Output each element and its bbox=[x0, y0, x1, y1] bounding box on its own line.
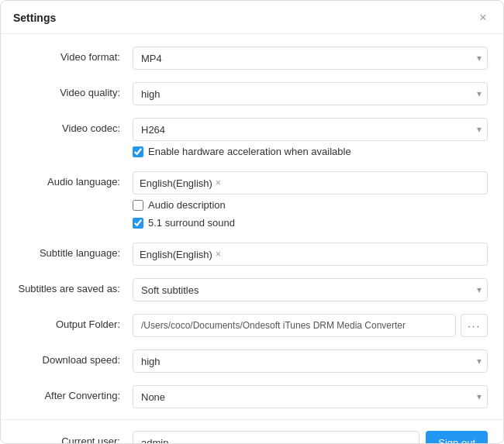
current-user-input-row: Sign out bbox=[133, 431, 488, 443]
hardware-accel-label: Enable hardware acceleration when availa… bbox=[148, 146, 351, 157]
after-converting-label: After Converting: bbox=[16, 385, 133, 401]
audio-language-tag-remove[interactable]: × bbox=[216, 178, 221, 188]
output-folder-path: /Users/coco/Documents/Ondesoft iTunes DR… bbox=[133, 314, 456, 337]
subtitles-saved-as-select-wrapper: Soft subtitles Hard subtitles External s… bbox=[133, 278, 488, 301]
subtitles-saved-as-control: Soft subtitles Hard subtitles External s… bbox=[133, 278, 488, 301]
close-button[interactable]: × bbox=[475, 10, 491, 26]
video-quality-select[interactable]: high medium low bbox=[133, 82, 488, 105]
video-format-select[interactable]: MP4 MOV MKV AVI bbox=[133, 46, 488, 70]
current-user-input[interactable] bbox=[133, 431, 419, 443]
title-bar: Settings × bbox=[1, 1, 503, 34]
audio-language-tag-input[interactable]: English(English) × bbox=[133, 171, 488, 194]
after-converting-select-wrapper: None Open folder Shutdown ▾ bbox=[133, 385, 488, 408]
browse-button[interactable]: ··· bbox=[461, 314, 488, 337]
video-codec-label: Video codec: bbox=[16, 118, 133, 134]
hardware-accel-row: Enable hardware acceleration when availa… bbox=[133, 144, 488, 159]
audio-language-label: Audio language: bbox=[16, 171, 133, 188]
audio-language-row: Audio language: English(English) × Audio… bbox=[1, 165, 503, 236]
video-quality-select-wrapper: high medium low ▾ bbox=[133, 82, 488, 105]
after-converting-control: None Open folder Shutdown ▾ bbox=[133, 385, 488, 408]
subtitle-language-label: Subtitle language: bbox=[16, 243, 133, 259]
subtitles-saved-as-select[interactable]: Soft subtitles Hard subtitles External s… bbox=[133, 278, 488, 301]
video-format-control: MP4 MOV MKV AVI ▾ bbox=[133, 46, 488, 70]
download-speed-control: high medium low ▾ bbox=[133, 349, 488, 373]
video-format-select-wrapper: MP4 MOV MKV AVI ▾ bbox=[133, 46, 488, 70]
output-folder-row: Output Folder: /Users/coco/Documents/Ond… bbox=[1, 308, 503, 343]
audio-language-control: English(English) × Audio description 5.1… bbox=[133, 171, 488, 230]
video-format-label: Video format: bbox=[16, 46, 133, 63]
download-speed-row: Download speed: high medium low ▾ bbox=[1, 343, 503, 379]
output-folder-control: /Users/coco/Documents/Ondesoft iTunes DR… bbox=[133, 314, 488, 337]
subtitles-saved-as-label: Subtitles are saved as: bbox=[16, 278, 133, 294]
video-codec-select[interactable]: H264 H265 HEVC bbox=[133, 118, 488, 141]
video-codec-control: H264 H265 HEVC ▾ Enable hardware acceler… bbox=[133, 118, 488, 159]
after-converting-row: After Converting: None Open folder Shutd… bbox=[1, 379, 503, 415]
output-folder-label: Output Folder: bbox=[16, 314, 133, 330]
audio-description-checkbox[interactable] bbox=[133, 200, 143, 211]
subtitle-language-control: English(English) × bbox=[133, 243, 488, 266]
download-speed-label: Download speed: bbox=[16, 349, 133, 366]
after-converting-select[interactable]: None Open folder Shutdown bbox=[133, 385, 488, 408]
current-user-row: Current user: Sign out bbox=[1, 425, 503, 443]
surround-sound-label: 5.1 surround sound bbox=[148, 217, 235, 229]
sign-out-button[interactable]: Sign out bbox=[426, 431, 488, 443]
subtitle-language-tag-text: English(English) bbox=[140, 249, 212, 260]
subtitle-language-tag-input[interactable]: English(English) × bbox=[133, 243, 488, 266]
dialog-title: Settings bbox=[13, 12, 56, 24]
download-speed-select-wrapper: high medium low ▾ bbox=[133, 349, 488, 373]
surround-sound-row: 5.1 surround sound bbox=[133, 215, 488, 230]
output-folder-input-row: /Users/coco/Documents/Ondesoft iTunes DR… bbox=[133, 314, 488, 337]
settings-content: Video format: MP4 MOV MKV AVI ▾ Video qu… bbox=[1, 34, 503, 443]
subtitle-language-tag-remove[interactable]: × bbox=[216, 250, 221, 259]
settings-dialog: Settings × Video format: MP4 MOV MKV AVI… bbox=[0, 0, 504, 444]
video-quality-control: high medium low ▾ bbox=[133, 82, 488, 105]
audio-description-row: Audio description bbox=[133, 198, 488, 212]
hardware-accel-checkbox[interactable] bbox=[133, 146, 143, 157]
subtitles-saved-as-row: Subtitles are saved as: Soft subtitles H… bbox=[1, 272, 503, 308]
video-quality-row: Video quality: high medium low ▾ bbox=[1, 76, 503, 112]
video-format-row: Video format: MP4 MOV MKV AVI ▾ bbox=[1, 40, 503, 76]
video-codec-select-wrapper: H264 H265 HEVC ▾ bbox=[133, 118, 488, 141]
settings-divider bbox=[1, 419, 503, 420]
current-user-control: Sign out bbox=[133, 431, 488, 443]
video-codec-row: Video codec: H264 H265 HEVC ▾ Enable har… bbox=[1, 112, 503, 165]
current-user-label: Current user: bbox=[16, 431, 133, 443]
audio-description-label: Audio description bbox=[148, 199, 226, 211]
subtitle-language-row: Subtitle language: English(English) × bbox=[1, 236, 503, 272]
audio-language-tag-text: English(English) bbox=[140, 177, 212, 189]
audio-language-tag: English(English) × bbox=[140, 177, 221, 189]
subtitle-language-tag: English(English) × bbox=[140, 249, 221, 260]
surround-sound-checkbox[interactable] bbox=[133, 218, 143, 229]
video-quality-label: Video quality: bbox=[16, 82, 133, 98]
download-speed-select[interactable]: high medium low bbox=[133, 349, 488, 373]
